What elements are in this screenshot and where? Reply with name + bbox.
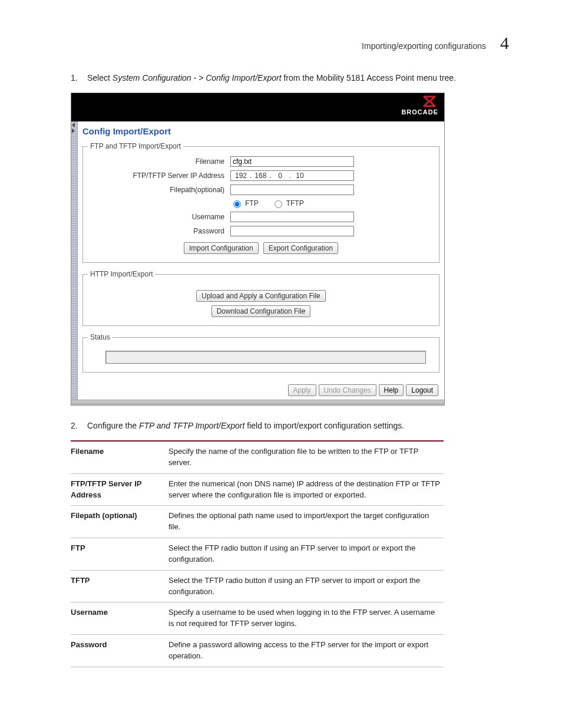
- download-config-button[interactable]: Download Configuration File: [211, 305, 311, 317]
- step-number: 1.: [71, 72, 81, 84]
- fieldset-http: HTTP Import/Export Upload and Apply a Co…: [82, 270, 439, 326]
- brand-block: BROCADE: [401, 95, 438, 116]
- table-row: UsernameSpecify a username to be used wh…: [71, 602, 444, 635]
- field-desc-cell: Define a password allowing access to the…: [168, 635, 444, 667]
- field-name-cell: FTP/TFTP Server IP Address: [71, 473, 168, 506]
- brocade-logo-icon: [423, 95, 438, 107]
- splitter-grip[interactable]: [71, 121, 78, 400]
- filepath-input[interactable]: [230, 185, 354, 195]
- step-1: 1. Select System Configuration - > Confi…: [71, 72, 509, 84]
- step-number: 2.: [71, 420, 81, 432]
- page-header: Importing/exporting configurations 4: [53, 33, 509, 53]
- fieldset-status: Status: [82, 333, 439, 373]
- radio-tftp-input[interactable]: [275, 200, 282, 208]
- field-desc-cell: Specify a username to be used when loggi…: [168, 602, 444, 635]
- section-number: 4: [500, 33, 509, 53]
- label-filepath: Filepath(optional): [88, 186, 230, 194]
- field-desc-cell: Defines the optional path name used to i…: [168, 506, 444, 538]
- fieldset-legend: HTTP Import/Export: [88, 270, 155, 278]
- field-name-cell: TFTP: [71, 570, 168, 602]
- label-username: Username: [88, 213, 230, 221]
- label-filename: Filename: [88, 157, 230, 166]
- fieldset-ftp-tftp: FTP and TFTP Import/Export Filename FTP/…: [82, 142, 439, 263]
- fieldset-legend: FTP and TFTP Import/Export: [88, 142, 183, 150]
- import-configuration-button[interactable]: Import Configuration: [184, 242, 259, 254]
- brand-name: BROCADE: [401, 108, 438, 116]
- radio-ftp[interactable]: FTP: [230, 199, 259, 208]
- label-password: Password: [88, 227, 230, 235]
- help-button[interactable]: Help: [379, 384, 404, 396]
- table-row: TFTPSelect the TFTP radio button if usin…: [71, 570, 444, 602]
- table-row: FTP/TFTP Server IP AddressEnter the nume…: [71, 473, 444, 506]
- table-row: FilenameSpecify the name of the configur…: [71, 441, 444, 473]
- step-text: Select System Configuration - > Config I…: [87, 72, 456, 84]
- upload-config-button[interactable]: Upload and Apply a Configuration File: [196, 290, 325, 302]
- fieldset-legend: Status: [88, 333, 113, 341]
- field-desc-cell: Enter the numerical (non DNS name) IP ad…: [168, 473, 444, 506]
- username-input[interactable]: [230, 212, 354, 222]
- field-name-cell: Password: [71, 635, 168, 667]
- field-desc-cell: Select the FTP radio button if using an …: [168, 538, 444, 571]
- footer-button-row: Apply Undo Changes Help Logout: [81, 380, 441, 396]
- field-name-cell: Filename: [71, 441, 168, 473]
- field-description-table: FilenameSpecify the name of the configur…: [71, 440, 444, 667]
- radio-tftp[interactable]: TFTP: [272, 199, 304, 208]
- ip-address-input[interactable]: 192. 168. 0. 10: [230, 170, 354, 181]
- screenshot-config-import-export: BROCADE Config Import/Export FTP and TFT…: [71, 93, 445, 406]
- app-titlebar: BROCADE: [71, 93, 444, 121]
- field-desc-cell: Specify the name of the configuration fi…: [168, 441, 444, 473]
- panel-title: Config Import/Export: [82, 126, 441, 136]
- field-name-cell: Username: [71, 602, 168, 635]
- table-row: Filepath (optional)Defines the optional …: [71, 506, 444, 538]
- table-row: FTPSelect the FTP radio button if using …: [71, 538, 444, 571]
- undo-changes-button[interactable]: Undo Changes: [319, 384, 376, 396]
- step-2: 2. Configure the FTP and TFTP Import/Exp…: [71, 420, 509, 432]
- label-ip: FTP/TFTP Server IP Address: [88, 172, 230, 180]
- field-desc-cell: Select the TFTP radio button if using an…: [168, 570, 444, 602]
- app-statusbar: [71, 400, 444, 405]
- field-name-cell: FTP: [71, 538, 168, 571]
- step-text: Configure the FTP and TFTP Import/Export…: [87, 420, 404, 432]
- status-textbox: [105, 351, 426, 364]
- export-configuration-button[interactable]: Export Configuration: [263, 242, 338, 254]
- section-title: Importing/exporting configurations: [362, 41, 486, 51]
- logout-button[interactable]: Logout: [406, 384, 438, 396]
- password-input[interactable]: [230, 226, 354, 236]
- field-name-cell: Filepath (optional): [71, 506, 168, 538]
- apply-button[interactable]: Apply: [288, 384, 316, 396]
- table-row: PasswordDefine a password allowing acces…: [71, 635, 444, 667]
- radio-ftp-input[interactable]: [233, 200, 241, 208]
- filename-input[interactable]: [230, 156, 354, 167]
